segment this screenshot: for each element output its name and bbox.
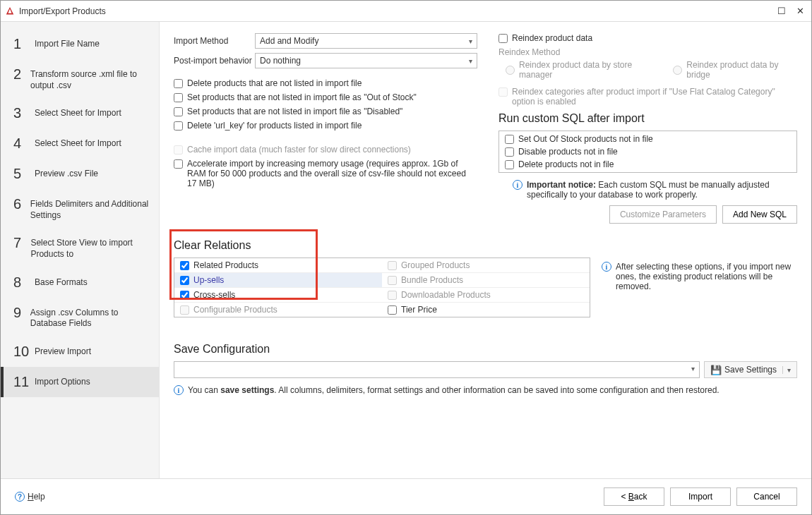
info-icon: i xyxy=(602,262,611,272)
downloadable-products-checkbox: Downloadable Products xyxy=(382,288,590,303)
set-out-of-stock-checkbox[interactable]: Set products that are not listed in impo… xyxy=(174,92,477,102)
save-settings-button[interactable]: 💾 Save Settings ▾ xyxy=(704,361,797,378)
step-3[interactable]: 3Select Sheet for Import xyxy=(1,98,159,128)
window-title: Import/Export Products xyxy=(19,6,775,16)
save-configuration-select[interactable] xyxy=(174,361,700,378)
delete-not-listed-checkbox[interactable]: Delete products that are not listed in i… xyxy=(174,78,477,88)
reindex-store-manager-radio: Reindex product data by store manager xyxy=(506,60,659,80)
add-new-sql-button[interactable]: Add New SQL xyxy=(722,205,797,224)
step-9[interactable]: 9Assign .csv Columns to Database Fields xyxy=(1,298,159,337)
step-11[interactable]: 11Import Options xyxy=(1,367,159,397)
step-4[interactable]: 4Select Sheet for Import xyxy=(1,128,159,159)
cache-import-checkbox: Cache import data (much faster for slow … xyxy=(174,145,477,154)
up-sells-checkbox[interactable]: Up-sells xyxy=(174,273,382,288)
step-5[interactable]: 5Preview .csv File xyxy=(1,159,159,189)
accelerate-import-checkbox[interactable]: Accelerate import by increasing memory u… xyxy=(174,159,477,188)
reindex-product-data-checkbox[interactable]: Reindex product data xyxy=(498,33,797,43)
cross-sells-checkbox[interactable]: Cross-sells xyxy=(174,288,382,303)
related-products-checkbox[interactable]: Related Products xyxy=(174,258,382,273)
back-button[interactable]: < Back xyxy=(604,487,664,506)
info-icon: i xyxy=(513,180,523,190)
delete-url-key-checkbox[interactable]: Delete 'url_key' for products listed in … xyxy=(174,121,477,131)
set-disabled-checkbox[interactable]: Set products that are not listed in impo… xyxy=(174,107,477,116)
chevron-down-icon[interactable]: ▾ xyxy=(782,366,791,374)
configurable-products-checkbox: Configurable Products xyxy=(174,303,382,317)
wizard-steps: 1Import File Name 2Transform source .xml… xyxy=(1,22,160,478)
help-link[interactable]: ? Help xyxy=(15,492,45,502)
post-import-select[interactable]: Do nothing xyxy=(255,53,477,68)
reindex-bridge-radio: Reindex product data by bridge xyxy=(673,60,797,80)
grouped-products-checkbox: Grouped Products xyxy=(382,258,590,273)
clear-relations-box: Related Products Up-sells Cross-sells Co… xyxy=(174,258,590,317)
clear-relations-header: Clear Relations xyxy=(174,239,590,252)
step-1[interactable]: 1Import File Name xyxy=(1,29,159,59)
bundle-products-checkbox: Bundle Products xyxy=(382,273,590,288)
run-custom-sql-header: Run custom SQL after import xyxy=(498,112,797,125)
step-7[interactable]: 7Select Store View to import Products to xyxy=(1,228,159,267)
step-6[interactable]: 6Fields Delimiters and Additional Settin… xyxy=(1,189,159,228)
import-button[interactable]: Import xyxy=(670,487,731,506)
sql-delete-products[interactable]: Delete products not in file xyxy=(499,158,796,171)
maximize-button[interactable]: ☐ xyxy=(775,6,789,16)
import-method-select[interactable]: Add and Modify xyxy=(255,33,477,49)
important-notice-text: Important notice: Each custom SQL must b… xyxy=(527,180,797,200)
clear-relations-info: After selecting these options, if you im… xyxy=(616,262,797,291)
sql-set-out-of-stock[interactable]: Set Out Of Stock products not in file xyxy=(499,133,796,145)
step-10[interactable]: 10Preview Import xyxy=(1,337,159,367)
reindex-categories-checkbox: Reindex categories after product import … xyxy=(498,87,797,107)
close-button[interactable]: ✕ xyxy=(793,6,807,16)
customize-parameters-button[interactable]: Customize Parameters xyxy=(609,205,717,224)
save-icon: 💾 xyxy=(710,365,722,375)
cancel-button[interactable]: Cancel xyxy=(736,487,797,506)
info-icon: i xyxy=(174,385,184,395)
sql-disable-products[interactable]: Disable products not in file xyxy=(499,145,796,158)
save-configuration-header: Save Configuration xyxy=(174,343,797,356)
post-import-label: Post-import behavior xyxy=(174,56,255,66)
help-icon: ? xyxy=(15,492,25,502)
step-2[interactable]: 2Transform source .xml file to output .c… xyxy=(1,59,159,98)
title-bar: Import/Export Products ☐ ✕ xyxy=(1,1,811,22)
app-icon xyxy=(5,6,15,16)
custom-sql-list: Set Out Of Stock products not in file Di… xyxy=(498,131,797,173)
reindex-method-label: Reindex Method xyxy=(498,47,797,57)
save-settings-info: You can save settings. All columns, deli… xyxy=(188,385,720,395)
import-method-label: Import Method xyxy=(174,36,255,46)
step-8[interactable]: 8Base Formats xyxy=(1,267,159,298)
tier-price-checkbox[interactable]: Tier Price xyxy=(382,303,590,317)
